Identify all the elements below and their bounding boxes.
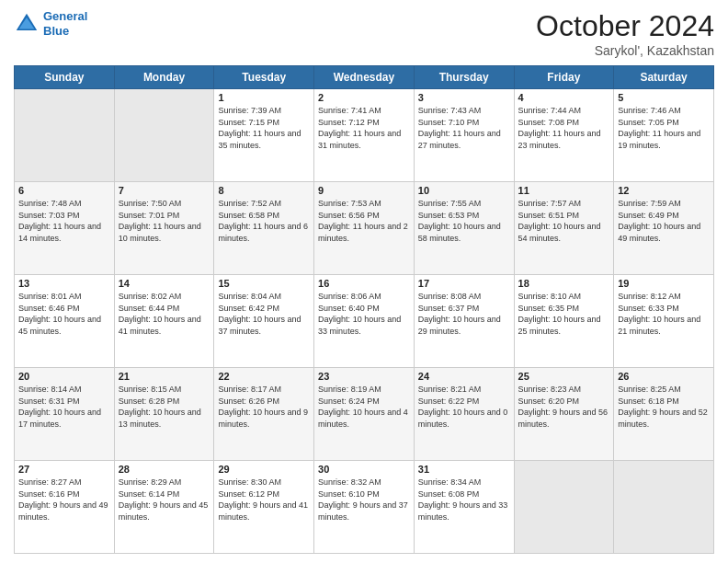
day-info: Sunrise: 8:34 AMSunset: 6:08 PMDaylight:… xyxy=(418,477,510,523)
calendar-week-row: 20Sunrise: 8:14 AMSunset: 6:31 PMDayligh… xyxy=(15,368,714,461)
day-info: Sunrise: 8:10 AMSunset: 6:35 PMDaylight:… xyxy=(518,291,610,337)
day-number: 27 xyxy=(18,464,110,475)
day-header: Sunday xyxy=(15,66,115,89)
day-number: 12 xyxy=(618,185,710,196)
day-number: 13 xyxy=(18,278,110,289)
calendar-cell xyxy=(114,89,214,182)
day-info: Sunrise: 8:32 AMSunset: 6:10 PMDaylight:… xyxy=(318,477,410,523)
day-info: Sunrise: 8:21 AMSunset: 6:22 PMDaylight:… xyxy=(418,384,510,430)
day-number: 2 xyxy=(318,92,410,103)
calendar-cell: 4Sunrise: 7:44 AMSunset: 7:08 PMDaylight… xyxy=(514,89,614,182)
day-header: Wednesday xyxy=(314,66,415,89)
day-number: 10 xyxy=(418,185,510,196)
day-number: 20 xyxy=(18,371,110,382)
calendar-cell: 6Sunrise: 7:48 AMSunset: 7:03 PMDaylight… xyxy=(15,182,115,275)
day-number: 6 xyxy=(18,185,110,196)
day-info: Sunrise: 7:50 AMSunset: 7:01 PMDaylight:… xyxy=(119,198,210,244)
logo: General Blue xyxy=(14,9,87,38)
logo-text: General Blue xyxy=(43,9,87,38)
calendar-cell: 18Sunrise: 8:10 AMSunset: 6:35 PMDayligh… xyxy=(514,275,614,368)
day-number: 15 xyxy=(218,278,310,289)
day-number: 11 xyxy=(518,185,610,196)
calendar-cell: 2Sunrise: 7:41 AMSunset: 7:12 PMDaylight… xyxy=(314,89,415,182)
day-info: Sunrise: 7:48 AMSunset: 7:03 PMDaylight:… xyxy=(18,198,110,244)
day-info: Sunrise: 8:27 AMSunset: 6:16 PMDaylight:… xyxy=(18,477,110,523)
calendar-cell: 15Sunrise: 8:04 AMSunset: 6:42 PMDayligh… xyxy=(214,275,314,368)
day-number: 30 xyxy=(318,464,410,475)
calendar-cell: 3Sunrise: 7:43 AMSunset: 7:10 PMDaylight… xyxy=(414,89,514,182)
page: General Blue October 2024 Sarykol', Kaza… xyxy=(0,0,728,563)
day-number: 3 xyxy=(418,92,510,103)
calendar-cell: 8Sunrise: 7:52 AMSunset: 6:58 PMDaylight… xyxy=(214,182,314,275)
logo-line1: General xyxy=(43,9,87,23)
day-info: Sunrise: 7:52 AMSunset: 6:58 PMDaylight:… xyxy=(218,198,310,244)
day-info: Sunrise: 8:29 AMSunset: 6:14 PMDaylight:… xyxy=(119,477,210,523)
calendar-week-row: 27Sunrise: 8:27 AMSunset: 6:16 PMDayligh… xyxy=(15,461,714,554)
header-row: SundayMondayTuesdayWednesdayThursdayFrid… xyxy=(15,66,714,89)
logo-line2: Blue xyxy=(43,24,69,38)
day-header: Monday xyxy=(114,66,214,89)
calendar-week-row: 1Sunrise: 7:39 AMSunset: 7:15 PMDaylight… xyxy=(15,89,714,182)
day-info: Sunrise: 7:53 AMSunset: 6:56 PMDaylight:… xyxy=(318,198,410,244)
calendar-cell: 19Sunrise: 8:12 AMSunset: 6:33 PMDayligh… xyxy=(614,275,714,368)
day-info: Sunrise: 8:23 AMSunset: 6:20 PMDaylight:… xyxy=(518,384,610,430)
day-number: 28 xyxy=(119,464,210,475)
day-number: 7 xyxy=(119,185,210,196)
day-number: 22 xyxy=(218,371,310,382)
calendar-cell: 10Sunrise: 7:55 AMSunset: 6:53 PMDayligh… xyxy=(414,182,514,275)
day-number: 16 xyxy=(318,278,410,289)
calendar-cell: 16Sunrise: 8:06 AMSunset: 6:40 PMDayligh… xyxy=(314,275,415,368)
day-number: 26 xyxy=(618,371,710,382)
day-number: 29 xyxy=(218,464,310,475)
day-info: Sunrise: 8:14 AMSunset: 6:31 PMDaylight:… xyxy=(18,384,110,430)
day-header: Tuesday xyxy=(214,66,314,89)
day-number: 21 xyxy=(119,371,210,382)
calendar-cell: 31Sunrise: 8:34 AMSunset: 6:08 PMDayligh… xyxy=(414,461,514,554)
calendar-cell: 23Sunrise: 8:19 AMSunset: 6:24 PMDayligh… xyxy=(314,368,415,461)
day-info: Sunrise: 8:01 AMSunset: 6:46 PMDaylight:… xyxy=(18,291,110,337)
calendar-cell: 17Sunrise: 8:08 AMSunset: 6:37 PMDayligh… xyxy=(414,275,514,368)
day-info: Sunrise: 8:30 AMSunset: 6:12 PMDaylight:… xyxy=(218,477,310,523)
day-info: Sunrise: 8:06 AMSunset: 6:40 PMDaylight:… xyxy=(318,291,410,337)
day-number: 31 xyxy=(418,464,510,475)
calendar-cell xyxy=(614,461,714,554)
day-header: Friday xyxy=(514,66,614,89)
calendar-cell: 14Sunrise: 8:02 AMSunset: 6:44 PMDayligh… xyxy=(114,275,214,368)
calendar-cell: 27Sunrise: 8:27 AMSunset: 6:16 PMDayligh… xyxy=(15,461,115,554)
day-number: 5 xyxy=(618,92,710,103)
day-number: 14 xyxy=(119,278,210,289)
logo-icon xyxy=(14,11,40,37)
day-info: Sunrise: 8:25 AMSunset: 6:18 PMDaylight:… xyxy=(618,384,710,430)
day-info: Sunrise: 8:12 AMSunset: 6:33 PMDaylight:… xyxy=(618,291,710,337)
calendar-table: SundayMondayTuesdayWednesdayThursdayFrid… xyxy=(14,65,714,554)
calendar-cell: 21Sunrise: 8:15 AMSunset: 6:28 PMDayligh… xyxy=(114,368,214,461)
day-number: 1 xyxy=(218,92,310,103)
day-number: 24 xyxy=(418,371,510,382)
calendar-cell: 30Sunrise: 8:32 AMSunset: 6:10 PMDayligh… xyxy=(314,461,415,554)
calendar-cell: 28Sunrise: 8:29 AMSunset: 6:14 PMDayligh… xyxy=(114,461,214,554)
calendar-cell: 29Sunrise: 8:30 AMSunset: 6:12 PMDayligh… xyxy=(214,461,314,554)
calendar-cell: 9Sunrise: 7:53 AMSunset: 6:56 PMDaylight… xyxy=(314,182,415,275)
calendar-cell: 25Sunrise: 8:23 AMSunset: 6:20 PMDayligh… xyxy=(514,368,614,461)
day-number: 18 xyxy=(518,278,610,289)
day-info: Sunrise: 8:17 AMSunset: 6:26 PMDaylight:… xyxy=(218,384,310,430)
day-info: Sunrise: 7:46 AMSunset: 7:05 PMDaylight:… xyxy=(618,105,710,151)
day-info: Sunrise: 8:19 AMSunset: 6:24 PMDaylight:… xyxy=(318,384,410,430)
calendar-cell: 24Sunrise: 8:21 AMSunset: 6:22 PMDayligh… xyxy=(414,368,514,461)
day-info: Sunrise: 8:08 AMSunset: 6:37 PMDaylight:… xyxy=(418,291,510,337)
day-number: 19 xyxy=(618,278,710,289)
calendar-cell xyxy=(514,461,614,554)
calendar-cell: 12Sunrise: 7:59 AMSunset: 6:49 PMDayligh… xyxy=(614,182,714,275)
day-info: Sunrise: 7:41 AMSunset: 7:12 PMDaylight:… xyxy=(318,105,410,151)
calendar-week-row: 13Sunrise: 8:01 AMSunset: 6:46 PMDayligh… xyxy=(15,275,714,368)
day-number: 8 xyxy=(218,185,310,196)
day-info: Sunrise: 7:39 AMSunset: 7:15 PMDaylight:… xyxy=(218,105,310,151)
calendar-cell: 26Sunrise: 8:25 AMSunset: 6:18 PMDayligh… xyxy=(614,368,714,461)
calendar-cell: 11Sunrise: 7:57 AMSunset: 6:51 PMDayligh… xyxy=(514,182,614,275)
day-number: 23 xyxy=(318,371,410,382)
calendar-cell: 22Sunrise: 8:17 AMSunset: 6:26 PMDayligh… xyxy=(214,368,314,461)
day-info: Sunrise: 7:59 AMSunset: 6:49 PMDaylight:… xyxy=(618,198,710,244)
day-info: Sunrise: 7:57 AMSunset: 6:51 PMDaylight:… xyxy=(518,198,610,244)
page-subtitle: Sarykol', Kazakhstan xyxy=(536,43,714,58)
day-info: Sunrise: 7:43 AMSunset: 7:10 PMDaylight:… xyxy=(418,105,510,151)
